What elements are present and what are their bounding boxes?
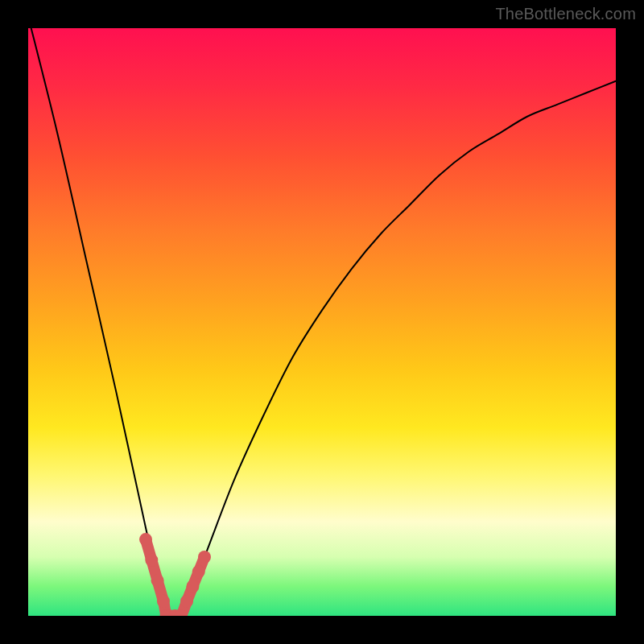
chart-svg — [28, 28, 616, 616]
valley-dot — [157, 595, 170, 608]
valley-dot — [198, 551, 211, 564]
valley-dot — [145, 554, 158, 567]
main-curve — [28, 28, 616, 616]
chart-frame: TheBottleneck.com — [0, 0, 644, 644]
valley-dot — [139, 533, 152, 546]
valley-dot — [186, 580, 199, 593]
valley-dot — [151, 574, 164, 587]
valley-dot — [180, 595, 193, 608]
valley-dot — [192, 565, 205, 578]
plot-area — [28, 28, 616, 616]
watermark-text: TheBottleneck.com — [495, 5, 636, 23]
